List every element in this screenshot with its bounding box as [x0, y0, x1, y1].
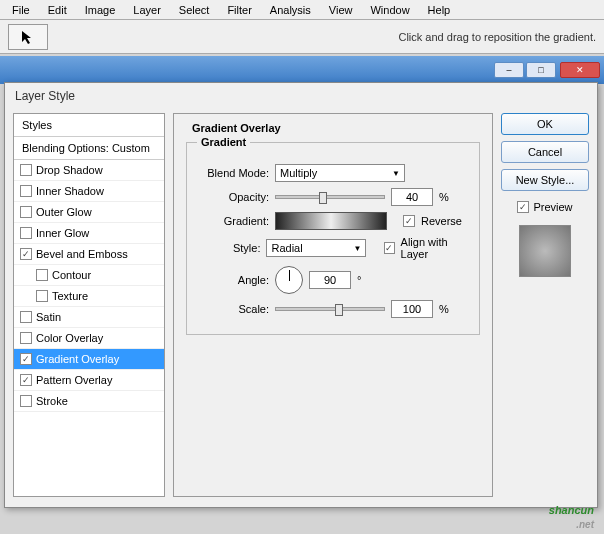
- style-label: Inner Glow: [36, 227, 89, 239]
- menu-view[interactable]: View: [321, 2, 361, 17]
- style-checkbox[interactable]: [20, 206, 32, 218]
- ok-button[interactable]: OK: [501, 113, 589, 135]
- scale-label: Scale:: [197, 303, 269, 315]
- style-label: Pattern Overlay: [36, 374, 112, 386]
- opacity-value[interactable]: 40: [391, 188, 433, 206]
- style-label: Stroke: [36, 395, 68, 407]
- gradient-legend: Gradient: [197, 136, 250, 148]
- styles-list: Styles Blending Options: Custom Drop Sha…: [13, 113, 165, 497]
- style-item-drop-shadow[interactable]: Drop Shadow: [14, 160, 164, 181]
- close-button[interactable]: ✕: [560, 62, 600, 78]
- options-bar: Click and drag to reposition the gradien…: [0, 20, 604, 54]
- menu-analysis[interactable]: Analysis: [262, 2, 319, 17]
- menu-edit[interactable]: Edit: [40, 2, 75, 17]
- opacity-label: Opacity:: [197, 191, 269, 203]
- style-label: Style:: [197, 242, 260, 254]
- style-label: Gradient Overlay: [36, 353, 119, 365]
- style-select[interactable]: Radial▼: [266, 239, 366, 257]
- menu-filter[interactable]: Filter: [219, 2, 259, 17]
- maximize-button[interactable]: □: [526, 62, 556, 78]
- style-label: Texture: [52, 290, 88, 302]
- preview-label: Preview: [533, 201, 572, 213]
- chevron-down-icon: ▼: [354, 244, 362, 253]
- layer-style-dialog: Layer Style Styles Blending Options: Cus…: [4, 82, 598, 508]
- preview-checkbox[interactable]: ✓: [517, 201, 529, 213]
- chevron-down-icon: ▼: [392, 169, 400, 178]
- style-item-satin[interactable]: Satin: [14, 307, 164, 328]
- align-label: Align with Layer: [401, 236, 469, 260]
- style-label: Drop Shadow: [36, 164, 103, 176]
- new-style-button[interactable]: New Style...: [501, 169, 589, 191]
- toolbar-hint: Click and drag to reposition the gradien…: [398, 31, 596, 43]
- menu-bar: FileEditImageLayerSelectFilterAnalysisVi…: [0, 0, 604, 20]
- scale-slider[interactable]: [275, 307, 385, 311]
- style-checkbox[interactable]: ✓: [20, 248, 32, 260]
- menu-window[interactable]: Window: [362, 2, 417, 17]
- style-item-inner-glow[interactable]: Inner Glow: [14, 223, 164, 244]
- style-checkbox[interactable]: [20, 164, 32, 176]
- blend-mode-select[interactable]: Multiply▼: [275, 164, 405, 182]
- move-tool-button[interactable]: [8, 24, 48, 50]
- watermark: shancun.net: [549, 498, 594, 530]
- opacity-slider[interactable]: [275, 195, 385, 199]
- menu-image[interactable]: Image: [77, 2, 124, 17]
- style-checkbox[interactable]: [20, 395, 32, 407]
- style-checkbox[interactable]: ✓: [20, 353, 32, 365]
- style-item-pattern-overlay[interactable]: ✓Pattern Overlay: [14, 370, 164, 391]
- style-checkbox[interactable]: [20, 185, 32, 197]
- menu-help[interactable]: Help: [420, 2, 459, 17]
- style-label: Inner Shadow: [36, 185, 104, 197]
- style-item-gradient-overlay[interactable]: ✓Gradient Overlay: [14, 349, 164, 370]
- style-label: Color Overlay: [36, 332, 103, 344]
- style-checkbox[interactable]: [20, 227, 32, 239]
- style-checkbox[interactable]: ✓: [20, 374, 32, 386]
- style-item-outer-glow[interactable]: Outer Glow: [14, 202, 164, 223]
- reverse-label: Reverse: [421, 215, 462, 227]
- style-label: Outer Glow: [36, 206, 92, 218]
- style-item-bevel-and-emboss[interactable]: ✓Bevel and Emboss: [14, 244, 164, 265]
- style-label: Bevel and Emboss: [36, 248, 128, 260]
- dialog-buttons: OK Cancel New Style... ✓ Preview: [501, 113, 589, 497]
- style-checkbox[interactable]: [20, 311, 32, 323]
- menu-layer[interactable]: Layer: [125, 2, 169, 17]
- style-label: Satin: [36, 311, 61, 323]
- window-titlebar: – □ ✕: [0, 56, 604, 84]
- style-item-stroke[interactable]: Stroke: [14, 391, 164, 412]
- menu-file[interactable]: File: [4, 2, 38, 17]
- styles-header[interactable]: Styles: [14, 114, 164, 137]
- style-label: Contour: [52, 269, 91, 281]
- settings-panel: Gradient Overlay Gradient Blend Mode: Mu…: [173, 113, 493, 497]
- minimize-button[interactable]: –: [494, 62, 524, 78]
- blending-options[interactable]: Blending Options: Custom: [14, 137, 164, 160]
- dialog-title: Layer Style: [5, 83, 597, 109]
- style-item-texture[interactable]: Texture: [14, 286, 164, 307]
- scale-value[interactable]: 100: [391, 300, 433, 318]
- preview-thumbnail: [519, 225, 571, 277]
- angle-label: Angle:: [197, 274, 269, 286]
- style-checkbox[interactable]: [36, 290, 48, 302]
- style-checkbox[interactable]: [20, 332, 32, 344]
- panel-title: Gradient Overlay: [192, 122, 480, 134]
- gradient-label: Gradient:: [197, 215, 269, 227]
- menu-select[interactable]: Select: [171, 2, 218, 17]
- style-item-color-overlay[interactable]: Color Overlay: [14, 328, 164, 349]
- angle-value[interactable]: 90: [309, 271, 351, 289]
- blend-mode-label: Blend Mode:: [197, 167, 269, 179]
- angle-dial[interactable]: [275, 266, 303, 294]
- cancel-button[interactable]: Cancel: [501, 141, 589, 163]
- gradient-swatch[interactable]: [275, 212, 387, 230]
- style-checkbox[interactable]: [36, 269, 48, 281]
- align-checkbox[interactable]: ✓: [384, 242, 395, 254]
- style-item-inner-shadow[interactable]: Inner Shadow: [14, 181, 164, 202]
- reverse-checkbox[interactable]: ✓: [403, 215, 415, 227]
- style-item-contour[interactable]: Contour: [14, 265, 164, 286]
